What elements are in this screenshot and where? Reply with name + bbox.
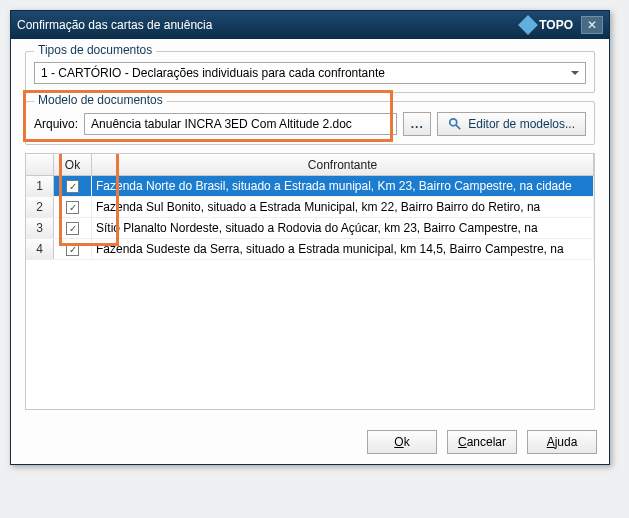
close-button[interactable]: ✕: [581, 16, 603, 34]
table-row[interactable]: 2✓Fazenda Sul Bonito, situado a Estrada …: [26, 197, 594, 218]
magnifier-icon: [448, 117, 462, 131]
grid-header: Ok Confrontante: [26, 154, 594, 176]
table-row[interactable]: 4✓Fazenda Sudeste da Serra, situado a Es…: [26, 239, 594, 260]
footer: Ok Cancelar Ajuda: [11, 420, 609, 464]
row-ok-cell[interactable]: ✓: [54, 239, 92, 259]
svg-point-0: [450, 119, 457, 126]
table-row[interactable]: 1✓Fazenda Norte do Brasil, situado a Est…: [26, 176, 594, 197]
checkbox-icon[interactable]: ✓: [66, 222, 79, 235]
editor-button-label: Editor de modelos...: [468, 117, 575, 131]
grid-body: 1✓Fazenda Norte do Brasil, situado a Est…: [26, 176, 594, 260]
grid-header-rownum: [26, 154, 54, 175]
grid-header-ok[interactable]: Ok: [54, 154, 92, 175]
row-ok-cell[interactable]: ✓: [54, 197, 92, 217]
app-logo: TOPO: [521, 18, 573, 32]
cancel-button[interactable]: Cancelar: [447, 430, 517, 454]
group-tipos: Tipos de documentos 1 - CARTÓRIO - Decla…: [25, 51, 595, 93]
svg-line-1: [456, 125, 460, 129]
ellipsis-icon: ...: [411, 117, 424, 131]
grid-header-confrontante[interactable]: Confrontante: [92, 154, 594, 175]
tipos-select[interactable]: 1 - CARTÓRIO - Declarações individuais p…: [34, 62, 586, 84]
close-icon: ✕: [587, 18, 597, 32]
row-ok-cell[interactable]: ✓: [54, 176, 92, 196]
tipos-select-value: 1 - CARTÓRIO - Declarações individuais p…: [41, 66, 385, 80]
row-confrontante: Sítio Planalto Nordeste, situado a Rodov…: [92, 218, 594, 238]
row-ok-cell[interactable]: ✓: [54, 218, 92, 238]
titlebar: Confirmação das cartas de anuência TOPO …: [11, 11, 609, 39]
dialog-body: Tipos de documentos 1 - CARTÓRIO - Decla…: [11, 39, 609, 420]
checkbox-icon[interactable]: ✓: [66, 243, 79, 256]
checkbox-icon[interactable]: ✓: [66, 201, 79, 214]
row-number: 4: [26, 239, 54, 259]
arquivo-label: Arquivo:: [34, 117, 78, 131]
arquivo-row: Arquivo: ... Editor de modelos...: [34, 112, 586, 136]
grid: Ok Confrontante 1✓Fazenda Norte do Brasi…: [25, 153, 595, 410]
group-modelo-legend: Modelo de documentos: [34, 93, 167, 107]
row-number: 2: [26, 197, 54, 217]
row-number: 3: [26, 218, 54, 238]
row-confrontante: Fazenda Sul Bonito, situado a Estrada Mu…: [92, 197, 594, 217]
logo-text: TOPO: [539, 18, 573, 32]
checkbox-icon[interactable]: ✓: [66, 180, 79, 193]
row-number: 1: [26, 176, 54, 196]
table-row[interactable]: 3✓Sítio Planalto Nordeste, situado a Rod…: [26, 218, 594, 239]
logo-cube-icon: [518, 15, 538, 35]
editor-button[interactable]: Editor de modelos...: [437, 112, 586, 136]
ok-button[interactable]: Ok: [367, 430, 437, 454]
browse-button[interactable]: ...: [403, 112, 431, 136]
help-button[interactable]: Ajuda: [527, 430, 597, 454]
dialog-window: Confirmação das cartas de anuência TOPO …: [10, 10, 610, 465]
arquivo-input[interactable]: [84, 113, 397, 135]
row-confrontante: Fazenda Norte do Brasil, situado a Estra…: [92, 176, 594, 196]
group-modelo: Modelo de documentos Arquivo: ... Editor…: [25, 101, 595, 145]
window-title: Confirmação das cartas de anuência: [17, 18, 521, 32]
group-tipos-legend: Tipos de documentos: [34, 43, 156, 57]
row-confrontante: Fazenda Sudeste da Serra, situado a Estr…: [92, 239, 594, 259]
